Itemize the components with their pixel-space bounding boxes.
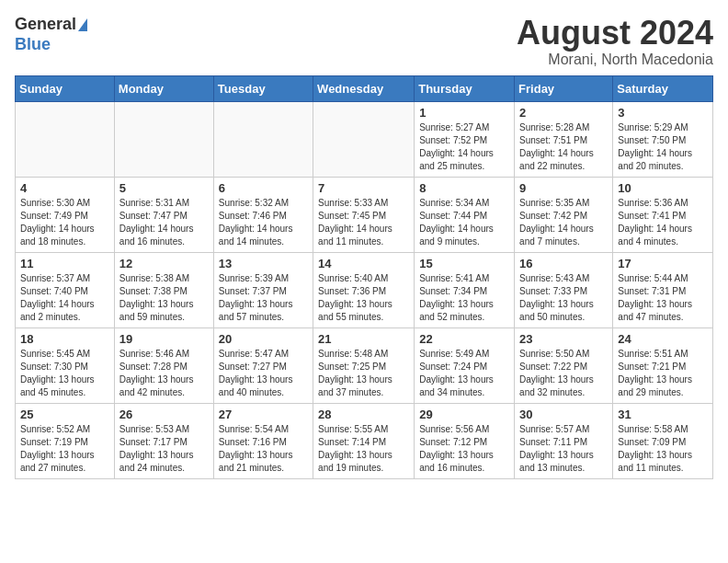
logo-triangle-icon (78, 18, 87, 31)
day-number: 8 (419, 181, 509, 195)
weekday-header-saturday: Saturday (613, 75, 713, 101)
day-number: 11 (20, 257, 109, 270)
day-info: Sunrise: 5:35 AM Sunset: 7:42 PM Dayligh… (519, 197, 608, 248)
day-info: Sunrise: 5:47 AM Sunset: 7:27 PM Dayligh… (219, 348, 308, 399)
day-number: 2 (519, 106, 608, 120)
calendar-cell: 7Sunrise: 5:33 AM Sunset: 7:45 PM Daylig… (313, 177, 415, 252)
day-number: 1 (419, 106, 509, 120)
day-info: Sunrise: 5:33 AM Sunset: 7:45 PM Dayligh… (318, 197, 409, 248)
day-number: 16 (519, 257, 608, 270)
day-info: Sunrise: 5:53 AM Sunset: 7:17 PM Dayligh… (119, 423, 209, 475)
weekday-header-sunday: Sunday (16, 75, 115, 101)
month-title: August 2024 (517, 15, 713, 52)
calendar-cell: 16Sunrise: 5:43 AM Sunset: 7:33 PM Dayli… (515, 252, 613, 327)
day-info: Sunrise: 5:39 AM Sunset: 7:37 PM Dayligh… (219, 272, 308, 324)
day-info: Sunrise: 5:49 AM Sunset: 7:24 PM Dayligh… (419, 348, 509, 399)
calendar-cell (213, 101, 313, 177)
day-number: 6 (219, 181, 308, 195)
day-number: 31 (618, 408, 708, 421)
day-info: Sunrise: 5:50 AM Sunset: 7:22 PM Dayligh… (519, 348, 608, 399)
calendar-cell: 26Sunrise: 5:53 AM Sunset: 7:17 PM Dayli… (114, 403, 213, 478)
day-info: Sunrise: 5:52 AM Sunset: 7:19 PM Dayligh… (20, 423, 109, 475)
calendar-week-5: 25Sunrise: 5:52 AM Sunset: 7:19 PM Dayli… (16, 403, 713, 478)
day-info: Sunrise: 5:45 AM Sunset: 7:30 PM Dayligh… (20, 348, 109, 399)
day-info: Sunrise: 5:28 AM Sunset: 7:51 PM Dayligh… (519, 121, 608, 173)
day-info: Sunrise: 5:44 AM Sunset: 7:31 PM Dayligh… (618, 272, 708, 324)
calendar-cell: 3Sunrise: 5:29 AM Sunset: 7:50 PM Daylig… (613, 101, 713, 177)
day-info: Sunrise: 5:30 AM Sunset: 7:49 PM Dayligh… (20, 197, 109, 248)
day-info: Sunrise: 5:55 AM Sunset: 7:14 PM Dayligh… (318, 423, 409, 475)
day-number: 22 (419, 332, 509, 346)
day-info: Sunrise: 5:48 AM Sunset: 7:25 PM Dayligh… (318, 348, 409, 399)
day-info: Sunrise: 5:38 AM Sunset: 7:38 PM Dayligh… (119, 272, 209, 324)
day-number: 19 (119, 332, 209, 346)
weekday-header-tuesday: Tuesday (213, 75, 313, 101)
day-number: 9 (519, 181, 608, 195)
location-text: Morani, North Macedonia (517, 52, 713, 68)
day-number: 3 (618, 106, 708, 120)
day-number: 29 (419, 408, 509, 421)
calendar-cell: 22Sunrise: 5:49 AM Sunset: 7:24 PM Dayli… (415, 327, 515, 403)
calendar-cell: 13Sunrise: 5:39 AM Sunset: 7:37 PM Dayli… (213, 252, 313, 327)
calendar-cell (16, 101, 115, 177)
calendar-cell: 23Sunrise: 5:50 AM Sunset: 7:22 PM Dayli… (515, 327, 613, 403)
day-number: 4 (20, 181, 109, 195)
weekday-header-monday: Monday (114, 75, 213, 101)
calendar-cell: 15Sunrise: 5:41 AM Sunset: 7:34 PM Dayli… (415, 252, 515, 327)
day-number: 10 (618, 181, 708, 195)
logo: General Blue (15, 15, 89, 54)
calendar-cell: 12Sunrise: 5:38 AM Sunset: 7:38 PM Dayli… (114, 252, 213, 327)
calendar-week-3: 11Sunrise: 5:37 AM Sunset: 7:40 PM Dayli… (16, 252, 713, 327)
day-info: Sunrise: 5:54 AM Sunset: 7:16 PM Dayligh… (219, 423, 308, 475)
weekday-header-friday: Friday (515, 75, 613, 101)
calendar-cell: 4Sunrise: 5:30 AM Sunset: 7:49 PM Daylig… (16, 177, 115, 252)
day-number: 5 (119, 181, 209, 195)
day-number: 25 (20, 408, 109, 421)
day-info: Sunrise: 5:31 AM Sunset: 7:47 PM Dayligh… (119, 197, 209, 248)
day-number: 24 (618, 332, 708, 346)
calendar-cell: 8Sunrise: 5:34 AM Sunset: 7:44 PM Daylig… (415, 177, 515, 252)
calendar-cell: 28Sunrise: 5:55 AM Sunset: 7:14 PM Dayli… (313, 403, 415, 478)
calendar-cell: 18Sunrise: 5:45 AM Sunset: 7:30 PM Dayli… (16, 327, 115, 403)
calendar-cell: 10Sunrise: 5:36 AM Sunset: 7:41 PM Dayli… (613, 177, 713, 252)
calendar-cell: 30Sunrise: 5:57 AM Sunset: 7:11 PM Dayli… (515, 403, 613, 478)
day-info: Sunrise: 5:29 AM Sunset: 7:50 PM Dayligh… (618, 121, 708, 173)
day-info: Sunrise: 5:46 AM Sunset: 7:28 PM Dayligh… (119, 348, 209, 399)
day-number: 23 (519, 332, 608, 346)
day-number: 15 (419, 257, 509, 270)
calendar-header-row: SundayMondayTuesdayWednesdayThursdayFrid… (16, 75, 713, 101)
calendar-week-2: 4Sunrise: 5:30 AM Sunset: 7:49 PM Daylig… (16, 177, 713, 252)
calendar-cell: 2Sunrise: 5:28 AM Sunset: 7:51 PM Daylig… (515, 101, 613, 177)
calendar-cell: 9Sunrise: 5:35 AM Sunset: 7:42 PM Daylig… (515, 177, 613, 252)
day-number: 12 (119, 257, 209, 270)
title-block: August 2024 Morani, North Macedonia (517, 15, 713, 68)
day-number: 28 (318, 408, 409, 421)
logo-general: General (15, 15, 76, 33)
calendar-cell: 21Sunrise: 5:48 AM Sunset: 7:25 PM Dayli… (313, 327, 415, 403)
day-number: 26 (119, 408, 209, 421)
calendar-cell: 31Sunrise: 5:58 AM Sunset: 7:09 PM Dayli… (613, 403, 713, 478)
day-info: Sunrise: 5:40 AM Sunset: 7:36 PM Dayligh… (318, 272, 409, 324)
calendar-week-4: 18Sunrise: 5:45 AM Sunset: 7:30 PM Dayli… (16, 327, 713, 403)
day-info: Sunrise: 5:41 AM Sunset: 7:34 PM Dayligh… (419, 272, 509, 324)
calendar-week-1: 1Sunrise: 5:27 AM Sunset: 7:52 PM Daylig… (16, 101, 713, 177)
day-info: Sunrise: 5:37 AM Sunset: 7:40 PM Dayligh… (20, 272, 109, 324)
calendar-cell: 14Sunrise: 5:40 AM Sunset: 7:36 PM Dayli… (313, 252, 415, 327)
calendar-cell: 29Sunrise: 5:56 AM Sunset: 7:12 PM Dayli… (415, 403, 515, 478)
calendar-cell: 17Sunrise: 5:44 AM Sunset: 7:31 PM Dayli… (613, 252, 713, 327)
calendar-cell (313, 101, 415, 177)
day-info: Sunrise: 5:58 AM Sunset: 7:09 PM Dayligh… (618, 423, 708, 475)
weekday-header-wednesday: Wednesday (313, 75, 415, 101)
calendar-cell (114, 101, 213, 177)
logo-text: General (15, 15, 89, 35)
day-info: Sunrise: 5:56 AM Sunset: 7:12 PM Dayligh… (419, 423, 509, 475)
day-info: Sunrise: 5:32 AM Sunset: 7:46 PM Dayligh… (219, 197, 308, 248)
calendar-cell: 25Sunrise: 5:52 AM Sunset: 7:19 PM Dayli… (16, 403, 115, 478)
calendar-cell: 5Sunrise: 5:31 AM Sunset: 7:47 PM Daylig… (114, 177, 213, 252)
day-number: 20 (219, 332, 308, 346)
calendar-cell: 1Sunrise: 5:27 AM Sunset: 7:52 PM Daylig… (415, 101, 515, 177)
day-info: Sunrise: 5:51 AM Sunset: 7:21 PM Dayligh… (618, 348, 708, 399)
calendar-cell: 27Sunrise: 5:54 AM Sunset: 7:16 PM Dayli… (213, 403, 313, 478)
day-number: 17 (618, 257, 708, 270)
day-number: 30 (519, 408, 608, 421)
